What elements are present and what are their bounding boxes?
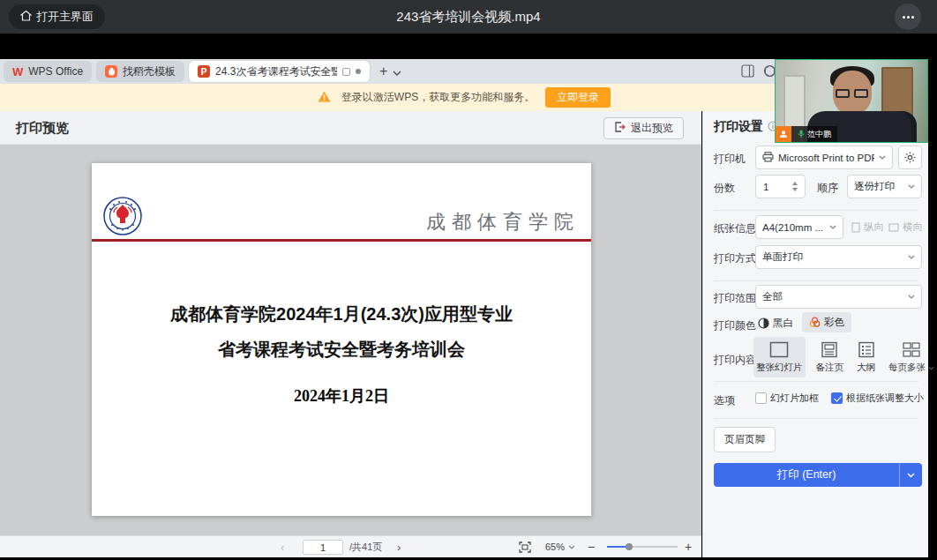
chevron-down-icon — [928, 366, 934, 370]
bw-option[interactable]: 黑白 — [758, 317, 793, 330]
preview-bottom-toolbar: ‹ /共41页 › 65% − + — [0, 535, 701, 557]
participant-avatar-icon — [776, 126, 791, 142]
print-color-label: 打印颜色 — [714, 318, 756, 333]
paper-size-dropdown[interactable]: A4(210mm ... — [755, 215, 843, 239]
divider — [714, 418, 918, 419]
chevron-down-icon — [908, 255, 915, 259]
zoom-level-value: 65% — [545, 541, 565, 552]
tab-label: WPS Office — [28, 65, 83, 78]
player-titlebar: 243省考培训会视频.mp4 打开主界面 — [0, 0, 937, 34]
portrait-page-icon — [851, 222, 860, 233]
open-main-button[interactable]: 打开主界面 — [9, 4, 105, 29]
printer-icon — [762, 152, 774, 164]
content-multiple-per-page-option[interactable]: 每页多张 — [886, 337, 937, 377]
tab-docer-templates[interactable]: 找稻壳模板 — [96, 61, 184, 82]
prev-page-button[interactable]: ‹ — [281, 536, 284, 557]
more-options-button[interactable] — [895, 4, 921, 30]
copies-stepper[interactable]: 1 — [755, 175, 806, 198]
ellipsis-icon — [903, 16, 905, 19]
zoom-level-dropdown[interactable]: 65% — [545, 536, 575, 557]
copies-value: 1 — [763, 182, 768, 192]
preview-canvas: 成都体育学院 成都体育学院2024年1月(24.3次)应用型专业 省考课程考试安… — [0, 145, 701, 535]
printer-dropdown[interactable]: Microsoft Print to PDF — [755, 146, 893, 169]
content-full-slide-option[interactable]: 整张幻灯片 — [753, 337, 806, 377]
scale-to-paper-label: 根据纸张调整大小 — [846, 392, 924, 405]
landscape-option[interactable]: 横向 — [888, 220, 923, 234]
tab-label: 24.3次省考课程考试安全暨考 — [215, 64, 337, 79]
zoom-in-button[interactable]: + — [685, 536, 692, 557]
print-settings-panel: 打印设置 打印机 Microsoft Print to PDF 份数 1 顺序 … — [702, 111, 928, 557]
portrait-option[interactable]: 纵向 — [851, 220, 884, 234]
exit-preview-icon — [614, 122, 626, 135]
color-wheel-icon — [809, 317, 821, 328]
unsaved-dot-icon[interactable] — [356, 69, 361, 74]
open-main-label: 打开主界面 — [36, 9, 94, 25]
school-logo — [103, 197, 142, 235]
tab-label: 找稻壳模板 — [123, 64, 176, 79]
scale-to-paper-checkbox[interactable] — [831, 392, 843, 404]
content-notes-page-option[interactable]: 备注页 — [813, 337, 847, 377]
slide-page: 成都体育学院 成都体育学院2024年1月(24.3次)应用型专业 省考课程考试安… — [92, 163, 591, 516]
chevron-down-icon — [879, 155, 886, 160]
content-outline-option[interactable]: 大纲 — [854, 337, 878, 377]
print-options-caret[interactable] — [899, 463, 922, 487]
frame-slides-label: 幻灯片加框 — [770, 392, 819, 405]
print-range-value: 全部 — [762, 290, 903, 303]
copies-label: 份数 — [714, 181, 735, 196]
pin-tab-icon[interactable] — [342, 68, 350, 76]
chevron-down-icon — [829, 225, 836, 229]
split-pane-icon[interactable] — [741, 64, 754, 81]
slide-date: 2024年1月2日 — [92, 385, 591, 407]
printer-properties-button[interactable] — [898, 146, 922, 169]
print-range-dropdown[interactable]: 全部 — [755, 285, 922, 309]
tab-list-caret[interactable] — [393, 63, 401, 79]
webcam-name-tag: 范中鹏 — [776, 126, 837, 142]
frame-slides-checkbox[interactable] — [755, 392, 767, 404]
multi-slides-icon — [902, 341, 921, 358]
fit-to-window-icon[interactable] — [519, 536, 531, 557]
divider — [714, 210, 918, 211]
slide-divider-line — [92, 239, 591, 242]
header-footer-button[interactable]: 页眉页脚 — [714, 427, 776, 452]
tabbar-window-tools — [741, 64, 776, 81]
zoom-slider-handle[interactable] — [626, 543, 633, 550]
stepper-arrows[interactable] — [792, 182, 798, 191]
paper-size-value: A4(210mm ... — [762, 222, 825, 233]
print-method-value: 单面打印 — [762, 250, 903, 264]
printer-value: Microsoft Print to PDF — [778, 153, 874, 163]
print-button[interactable]: 打印 (Enter) — [714, 463, 922, 487]
participant-name: 范中鹏 — [807, 129, 831, 140]
order-value: 逐份打印 — [854, 180, 903, 193]
ppt-file-icon: P — [198, 65, 210, 78]
zoom-out-button[interactable]: − — [588, 536, 595, 557]
printer-label: 打印机 — [714, 152, 746, 167]
tab-active-presentation[interactable]: P 24.3次省考课程考试安全暨考 — [189, 61, 370, 82]
options-checkbox-row: 幻灯片加框 根据纸张调整大小 — [755, 392, 924, 405]
print-method-dropdown[interactable]: 单面打印 — [755, 245, 922, 269]
docer-icon — [105, 65, 117, 78]
print-range-label: 打印范围 — [714, 291, 756, 306]
page-number-input[interactable] — [303, 540, 343, 555]
print-content-options: 整张幻灯片 备注页 大纲 每页多张 — [753, 337, 937, 377]
webcam-person-glasses — [836, 89, 850, 98]
zoom-slider[interactable] — [607, 546, 678, 548]
options-label: 选项 — [714, 393, 735, 408]
slide-school-name: 成都体育学院 — [426, 209, 580, 235]
chevron-down-icon — [908, 184, 915, 189]
bw-icon — [758, 317, 769, 329]
login-now-button[interactable]: 立即登录 — [545, 87, 611, 108]
video-title: 243省考培训会视频.mp4 — [0, 0, 937, 34]
print-preview-title: 打印预览 — [16, 120, 69, 137]
print-preview-header: 打印预览 退出预览 — [0, 111, 701, 145]
wps-logo-icon: W — [12, 65, 23, 78]
warning-icon — [318, 91, 331, 105]
tab-wps-office[interactable]: W WPS Office — [4, 61, 92, 82]
order-dropdown[interactable]: 逐份打印 — [847, 175, 922, 198]
new-tab-button[interactable]: + — [379, 63, 387, 79]
print-content-label: 打印内容 — [714, 353, 756, 368]
exit-preview-button[interactable]: 退出预览 — [603, 117, 684, 139]
color-option-selected[interactable]: 彩色 — [802, 312, 851, 332]
microphone-icon — [798, 130, 805, 138]
next-page-button[interactable]: › — [397, 536, 401, 557]
divider — [714, 381, 918, 382]
